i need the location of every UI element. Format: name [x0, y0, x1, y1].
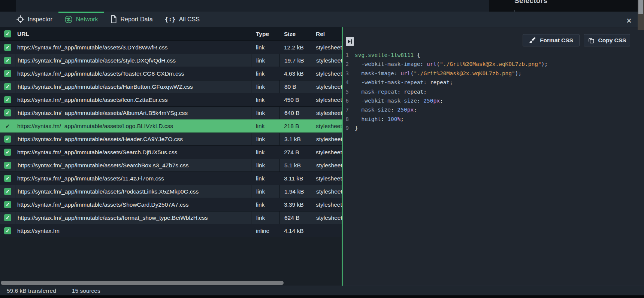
table-row[interactable]: ✓https://syntax.fm/_app/immutable/assets…: [0, 119, 342, 133]
code-line: 2 -webkit-mask-image: url("./Grit%20Mask…: [343, 60, 548, 69]
token-pun: {: [414, 52, 420, 58]
rel-cell: stylesheet: [312, 198, 342, 211]
row-checkbox[interactable]: ✓: [4, 70, 11, 77]
row-checkbox[interactable]: ✓: [4, 109, 11, 116]
format-css-button[interactable]: Format CSS: [523, 34, 580, 46]
token-pun: }: [355, 125, 358, 131]
collapse-panel-button[interactable]: [346, 37, 354, 46]
size-cell: 3.1 kB: [279, 133, 312, 145]
network-panel: ✓ URL Type Size Rel ✓https://syntax.fm/_…: [0, 27, 342, 286]
url-cell: https://syntax.fm/_app/immutable/assets/…: [15, 54, 251, 67]
url-cell: https://syntax.fm/_app/immutable/assets/…: [15, 212, 251, 224]
column-header-url[interactable]: URL: [15, 27, 251, 40]
token-pun: );: [541, 61, 548, 67]
table-row[interactable]: ✓https://syntax.fm/_app/immutable/assets…: [0, 159, 342, 172]
url-cell: https://syntax.fm/_app/immutable/assets/…: [15, 185, 251, 198]
token-pun: ;: [450, 79, 453, 85]
tab-label: Report Data: [121, 16, 153, 23]
token-pun: :: [423, 79, 430, 85]
type-cell: link: [251, 172, 279, 185]
table-row[interactable]: ✓https://syntax.fm/_app/immutable/assets…: [0, 80, 342, 93]
row-checkbox[interactable]: ✓: [4, 83, 11, 90]
tab-all-css[interactable]: {:} All CSS: [159, 12, 206, 27]
row-checkbox[interactable]: ✓: [4, 44, 11, 51]
row-checkbox[interactable]: ✓: [4, 227, 11, 234]
table-row[interactable]: ✓https://syntax.fm/_app/immutable/assets…: [0, 54, 342, 67]
rel-cell: stylesheet: [312, 119, 342, 133]
check-icon: ✓: [5, 123, 10, 130]
row-checkbox-cell: ✓: [0, 212, 15, 224]
page-scrollbar-track[interactable]: [638, 0, 644, 30]
code-line: 7 mask-size: 250px;: [343, 105, 548, 114]
row-checkbox-cell: ✓: [0, 224, 15, 237]
line-number: 4: [343, 78, 349, 87]
column-header-size[interactable]: Size: [279, 27, 312, 40]
inspector-crosshair-icon: [16, 15, 24, 23]
table-row[interactable]: ✓https://syntax.fminline4.14 kB: [0, 224, 342, 237]
paintbrush-icon: [529, 37, 536, 44]
type-cell: link: [251, 107, 279, 119]
table-row[interactable]: ✓https://syntax.fm/_app/immutable/assets…: [0, 172, 342, 185]
tab-network[interactable]: Network: [58, 12, 104, 27]
token-pun: :: [381, 116, 387, 122]
token-num: 100: [387, 116, 397, 122]
row-checkbox[interactable]: ✓: [4, 188, 11, 195]
table-row[interactable]: ✓https://syntax.fm/_app/immutable/assets…: [0, 211, 342, 224]
select-all-checkbox[interactable]: ✓: [4, 30, 11, 37]
table-row[interactable]: ✓https://syntax.fm/_app/immutable/assets…: [0, 93, 342, 106]
tab-report-data[interactable]: Report Data: [104, 12, 159, 27]
row-checkbox[interactable]: ✓: [4, 136, 11, 143]
row-checkbox[interactable]: ✓: [4, 96, 11, 103]
table-row[interactable]: ✓https://syntax.fm/_app/immutable/assets…: [0, 198, 342, 211]
row-checkbox-cell: ✓: [0, 41, 15, 54]
type-cell: link: [251, 185, 279, 198]
token-val: repeat: [430, 79, 450, 85]
url-cell: https://syntax.fm/_app/immutable/assets/…: [15, 198, 251, 211]
row-checkbox[interactable]: ✓: [4, 57, 11, 64]
row-checkbox-cell: ✓: [0, 185, 15, 198]
row-checkbox-cell: ✓: [0, 119, 15, 133]
row-checkbox[interactable]: ✓: [4, 201, 11, 208]
token-prop: -webkit-mask-size: [361, 98, 417, 104]
background-page-table-header: Selectors: [489, 0, 638, 12]
table-row[interactable]: ✓https://syntax.fm/_app/immutable/assets…: [0, 185, 342, 198]
column-header-rel[interactable]: Rel: [312, 27, 342, 40]
check-icon: ✓: [6, 189, 10, 194]
token-prop: mask-image: [361, 70, 394, 76]
line-number: 1: [343, 51, 349, 60]
row-checkbox[interactable]: ✓: [4, 149, 11, 156]
page-scrollbar-thumb[interactable]: [638, 0, 643, 14]
token-fn: url: [427, 61, 436, 67]
panel-expand-icon: [347, 39, 353, 44]
row-checkbox[interactable]: ✓: [4, 162, 11, 169]
row-checkbox[interactable]: ✓: [4, 175, 11, 182]
table-row[interactable]: ✓https://syntax.fm/_app/immutable/assets…: [0, 41, 342, 54]
table-horizontal-scrollbar[interactable]: [1, 281, 284, 285]
code-line: 9}: [343, 124, 548, 133]
status-bar: 59.6 kB transferred 15 sources: [0, 286, 644, 295]
close-icon[interactable]: ✕: [624, 16, 634, 25]
copy-css-button[interactable]: Copy CSS: [584, 34, 630, 46]
code-text: -webkit-mask-image: url("./Grit%20Mask@2…: [355, 60, 548, 69]
type-cell: link: [251, 80, 279, 93]
rel-cell: stylesheet: [312, 212, 342, 224]
tab-inspector[interactable]: Inspector: [10, 12, 58, 27]
code-lines[interactable]: 1svg.svelte-1tw8111 {2 -webkit-mask-imag…: [343, 51, 548, 133]
row-checkbox[interactable]: ✓: [4, 122, 11, 130]
line-number: 6: [343, 96, 349, 105]
row-checkbox[interactable]: ✓: [4, 214, 11, 221]
token-pun: [355, 61, 361, 67]
size-cell: 640 B: [279, 107, 312, 119]
table-row[interactable]: ✓https://syntax.fm/_app/immutable/assets…: [0, 106, 342, 119]
table-row[interactable]: ✓https://syntax.fm/_app/immutable/assets…: [0, 133, 342, 146]
check-icon: ✓: [6, 162, 10, 168]
code-line: 5 mask-repeat: repeat;: [343, 87, 548, 96]
check-icon: ✓: [6, 136, 10, 142]
table-row[interactable]: ✓https://syntax.fm/_app/immutable/assets…: [0, 146, 342, 159]
table-row[interactable]: ✓https://syntax.fm/_app/immutable/assets…: [0, 67, 342, 80]
table-header-row: ✓ URL Type Size Rel: [0, 27, 342, 41]
url-cell: https://syntax.fm/_app/immutable/assets/…: [15, 93, 251, 106]
token-pun: [355, 116, 361, 122]
column-header-type[interactable]: Type: [251, 27, 279, 40]
token-prop: -webkit-mask-repeat: [361, 79, 423, 85]
